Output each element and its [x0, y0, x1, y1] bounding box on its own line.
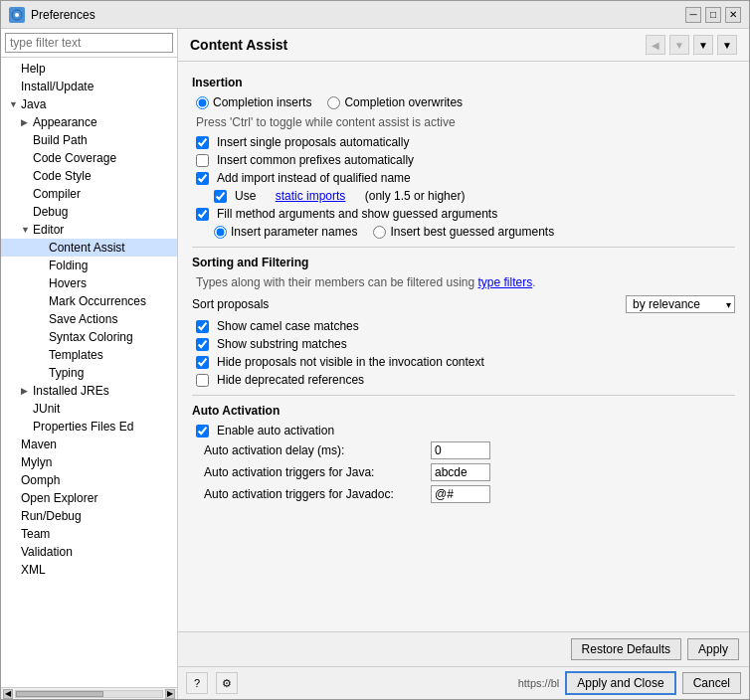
sidebar-item-maven[interactable]: Maven	[1, 436, 177, 453]
sorting-desc-suffix: .	[532, 275, 535, 289]
restore-defaults-button[interactable]: Restore Defaults	[571, 638, 681, 660]
completion-inserts-radio[interactable]	[196, 96, 209, 109]
completion-overwrites-option[interactable]: Completion overwrites	[327, 95, 463, 109]
sidebar-item-folding[interactable]: Folding	[1, 257, 177, 274]
insert-param-option[interactable]: Insert parameter names	[214, 225, 357, 239]
sidebar-item-templates[interactable]: Templates	[1, 346, 177, 364]
nav-dropdown-button[interactable]: ▼	[693, 35, 713, 55]
sidebar-item-mark-occurrences[interactable]: Mark Occurrences	[1, 292, 177, 310]
scroll-left-btn[interactable]: ◀	[3, 689, 13, 699]
sidebar-item-label: Hovers	[49, 276, 87, 290]
sidebar-item-properties-files[interactable]: Properties Files Ed	[1, 418, 177, 436]
type-filters-link[interactable]: type filters	[478, 275, 533, 289]
sidebar-item-install-update[interactable]: Install/Update	[1, 78, 177, 95]
hide-deprecated-label: Hide deprecated references	[217, 373, 364, 387]
sidebar-item-label: Run/Debug	[21, 509, 82, 523]
sidebar-item-debug[interactable]: Debug	[1, 203, 177, 221]
sidebar-item-build-path[interactable]: Build Path	[1, 131, 177, 149]
fill-method-checkbox[interactable]	[196, 208, 209, 221]
sidebar-scrollbar-h[interactable]: ◀ ▶	[1, 687, 177, 699]
show-camel-row: Show camel case matches	[192, 319, 735, 333]
minimize-button[interactable]: ─	[685, 7, 701, 23]
enable-auto-checkbox[interactable]	[196, 425, 209, 438]
insert-best-radio[interactable]	[373, 226, 386, 239]
hide-proposals-checkbox[interactable]	[196, 356, 209, 369]
static-imports-link[interactable]: static imports	[276, 189, 346, 203]
sidebar-item-validation[interactable]: Validation	[1, 543, 177, 561]
sidebar-item-open-explorer[interactable]: Open Explorer	[1, 489, 177, 507]
sidebar-item-code-style[interactable]: Code Style	[1, 167, 177, 185]
sidebar-item-installed-jres[interactable]: ▶ Installed JREs	[1, 382, 177, 400]
sidebar-item-syntax-coloring[interactable]: Syntax Coloring	[1, 328, 177, 346]
sidebar-item-mylyn[interactable]: Mylyn	[1, 453, 177, 471]
expand-icon: ▶	[21, 386, 31, 396]
auto-activation-section-title: Auto Activation	[192, 404, 735, 418]
sidebar-item-run-debug[interactable]: Run/Debug	[1, 507, 177, 525]
delay-input[interactable]	[431, 441, 490, 459]
nav-forward-button[interactable]: ▼	[669, 35, 689, 55]
completion-overwrites-radio[interactable]	[327, 96, 340, 109]
insert-best-label: Insert best guessed arguments	[390, 225, 554, 239]
apply-button[interactable]: Apply	[687, 638, 739, 660]
sort-dropdown[interactable]: by relevance alphabetically	[626, 295, 735, 313]
completion-inserts-option[interactable]: Completion inserts	[196, 95, 311, 109]
sidebar-item-team[interactable]: Team	[1, 525, 177, 543]
java-triggers-input[interactable]	[431, 463, 490, 481]
cancel-button[interactable]: Cancel	[682, 672, 741, 694]
settings-button[interactable]: ⚙	[216, 672, 238, 694]
sidebar-item-code-coverage[interactable]: Code Coverage	[1, 149, 177, 167]
insert-single-label: Insert single proposals automatically	[217, 135, 409, 149]
sidebar-item-content-assist[interactable]: Content Assist	[1, 239, 177, 257]
insert-param-radio[interactable]	[214, 226, 227, 239]
javadoc-triggers-row: Auto activation triggers for Javadoc:	[192, 485, 735, 503]
insert-single-row: Insert single proposals automatically	[192, 135, 735, 149]
hide-proposals-row: Hide proposals not visible in the invoca…	[192, 355, 735, 369]
sidebar-item-label: Installed JREs	[33, 384, 109, 398]
maximize-button[interactable]: □	[705, 7, 721, 23]
sidebar-item-label: Open Explorer	[21, 491, 97, 505]
sidebar-item-save-actions[interactable]: Save Actions	[1, 310, 177, 328]
footer-right: https://bl Apply and Close Cancel	[518, 671, 741, 695]
expand-icon: ▼	[9, 99, 19, 109]
use-static-checkbox[interactable]	[214, 190, 227, 203]
use-static-label: Use	[235, 189, 256, 203]
scroll-right-btn[interactable]: ▶	[165, 689, 175, 699]
sidebar-item-xml[interactable]: XML	[1, 561, 177, 579]
insertion-section-title: Insertion	[192, 76, 735, 89]
nav-back-button[interactable]: ◀	[646, 35, 665, 55]
javadoc-triggers-input[interactable]	[431, 485, 490, 503]
hide-deprecated-checkbox[interactable]	[196, 374, 209, 387]
sidebar-item-typing[interactable]: Typing	[1, 364, 177, 382]
completion-inserts-label: Completion inserts	[213, 95, 311, 109]
sidebar-item-editor[interactable]: ▼ Editor	[1, 221, 177, 239]
add-import-checkbox[interactable]	[196, 172, 209, 185]
help-button[interactable]: ?	[186, 672, 208, 694]
sidebar-item-appearance[interactable]: ▶ Appearance	[1, 113, 177, 131]
sidebar-item-java[interactable]: ▼ Java	[1, 95, 177, 113]
insert-common-checkbox[interactable]	[196, 154, 209, 167]
insert-best-option[interactable]: Insert best guessed arguments	[373, 225, 554, 239]
footer-top: Restore Defaults Apply	[178, 632, 749, 666]
insert-single-checkbox[interactable]	[196, 136, 209, 149]
nav-menu-button[interactable]: ▼	[717, 35, 737, 55]
javadoc-triggers-label: Auto activation triggers for Javadoc:	[204, 487, 423, 501]
show-substring-checkbox[interactable]	[196, 338, 209, 351]
close-button[interactable]: ✕	[725, 7, 741, 23]
show-camel-checkbox[interactable]	[196, 320, 209, 333]
apply-close-button[interactable]: Apply and Close	[565, 671, 675, 695]
filter-input[interactable]	[5, 33, 173, 53]
svg-point-1	[15, 13, 19, 17]
fill-method-label: Fill method arguments and show guessed a…	[217, 207, 497, 221]
sidebar-item-oomph[interactable]: Oomph	[1, 471, 177, 489]
panel-nav: ◀ ▼ ▼ ▼	[646, 35, 737, 55]
sidebar-item-compiler[interactable]: Compiler	[1, 185, 177, 203]
sidebar-item-label: Content Assist	[49, 241, 125, 255]
sidebar-item-hovers[interactable]: Hovers	[1, 274, 177, 292]
sidebar-item-junit[interactable]: JUnit	[1, 400, 177, 418]
enable-auto-row: Enable auto activation	[192, 424, 735, 438]
sorting-desc-text: Types along with their members can be fi…	[192, 275, 735, 289]
scrollbar-track[interactable]	[15, 690, 163, 698]
sidebar-item-label: Oomph	[21, 473, 60, 487]
sidebar-item-help[interactable]: Help	[1, 60, 177, 78]
scrollbar-thumb[interactable]	[16, 691, 103, 697]
